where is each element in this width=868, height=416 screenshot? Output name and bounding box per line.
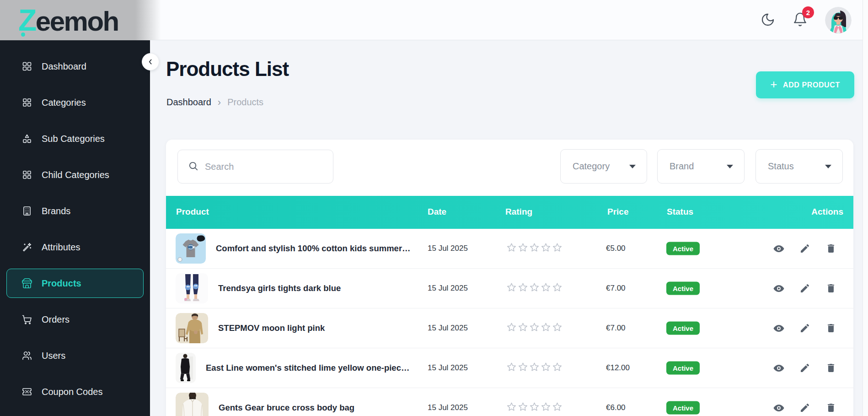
page-scrollbar[interactable] xyxy=(863,0,868,416)
star-empty-icon xyxy=(518,243,528,255)
star-empty-icon xyxy=(529,322,540,335)
row-actions xyxy=(773,243,837,254)
view-button[interactable] xyxy=(773,243,785,254)
row-actions xyxy=(773,322,837,334)
topbar: Zeemoh 2 xyxy=(0,0,868,40)
edit-button[interactable] xyxy=(799,282,811,294)
status-filter-dropdown[interactable]: Status xyxy=(755,149,843,184)
brand-filter-dropdown[interactable]: Brand xyxy=(657,149,745,184)
sidebar-item-brands[interactable]: Brands xyxy=(6,196,144,226)
table-row: Trendsya girls tights dark blue 15 Jul 2… xyxy=(166,269,853,308)
star-empty-icon xyxy=(529,282,540,295)
product-price: €6.00 xyxy=(606,403,626,412)
sidebar: Dashboard Categories Sub Categories Chil… xyxy=(0,40,150,416)
category-filter-dropdown[interactable]: Category xyxy=(560,149,647,184)
attributes-wand-icon xyxy=(21,242,32,253)
products-card: Category Brand Status Product Date Ratin… xyxy=(166,140,853,416)
moon-icon xyxy=(761,12,775,28)
star-empty-icon xyxy=(506,402,517,414)
user-avatar[interactable] xyxy=(825,7,852,33)
column-header-product: Product xyxy=(176,207,209,217)
product-rating-stars xyxy=(506,282,563,295)
brand-logo[interactable]: Zeemoh xyxy=(18,2,118,38)
product-date: 15 Jul 2025 xyxy=(428,244,468,253)
row-actions xyxy=(773,402,837,414)
filters-bar: Category Brand Status xyxy=(166,140,853,196)
edit-button[interactable] xyxy=(799,362,811,374)
search-input[interactable] xyxy=(205,162,315,172)
product-price: €5.00 xyxy=(606,244,626,253)
delete-button[interactable] xyxy=(825,362,837,374)
status-badge: Active xyxy=(666,322,700,335)
delete-button[interactable] xyxy=(825,402,837,414)
coupons-ticket-icon xyxy=(21,386,32,397)
dashboard-grid-icon xyxy=(21,61,32,72)
column-header-actions: Actions xyxy=(811,207,843,217)
add-product-button[interactable]: + ADD PRODUCT xyxy=(756,71,854,98)
delete-button[interactable] xyxy=(825,243,837,254)
products-store-icon xyxy=(21,278,32,289)
star-empty-icon xyxy=(529,402,540,414)
sidebar-item-products[interactable]: Products xyxy=(6,269,144,298)
search-icon xyxy=(188,161,198,173)
breadcrumb-separator: › xyxy=(218,98,221,107)
star-empty-icon xyxy=(518,402,528,414)
view-button[interactable] xyxy=(773,402,785,414)
brand-zone: Zeemoh xyxy=(0,0,161,40)
sidebar-item-sub-categories[interactable]: Sub Categories xyxy=(6,124,144,153)
product-rating-stars xyxy=(506,243,563,255)
users-people-icon xyxy=(21,350,32,361)
star-empty-icon xyxy=(552,402,563,414)
status-badge: Active xyxy=(666,282,700,295)
sidebar-item-child-categories[interactable]: Child Categories xyxy=(6,160,144,189)
product-date: 15 Jul 2025 xyxy=(428,324,468,333)
view-button[interactable] xyxy=(773,362,785,374)
product-rating-stars xyxy=(506,402,563,414)
childcategories-grid-icon xyxy=(21,169,32,180)
product-date: 15 Jul 2025 xyxy=(428,284,468,293)
product-name: Gents Gear bruce cross body bag xyxy=(219,403,354,413)
product-name: STEPMOV moon light pink xyxy=(218,323,325,333)
product-rating-stars xyxy=(506,322,563,335)
sidebar-item-dashboard[interactable]: Dashboard xyxy=(6,52,144,81)
star-empty-icon xyxy=(506,362,517,374)
edit-button[interactable] xyxy=(799,322,811,334)
sidebar-item-coupon-codes[interactable]: Coupon Codes xyxy=(6,377,144,406)
star-empty-icon xyxy=(529,243,540,255)
edit-button[interactable] xyxy=(799,402,811,414)
product-date: 15 Jul 2025 xyxy=(428,403,468,412)
brand-dot xyxy=(21,32,25,37)
sidebar-item-attributes[interactable]: Attributes xyxy=(6,232,144,262)
star-empty-icon xyxy=(518,322,528,335)
sidebar-item-categories[interactable]: Categories xyxy=(6,88,144,117)
delete-button[interactable] xyxy=(825,282,837,294)
status-badge: Active xyxy=(666,362,700,375)
star-empty-icon xyxy=(541,322,551,335)
kids-tshirt-thumb xyxy=(176,233,206,264)
product-price: €7.00 xyxy=(606,284,626,293)
product-rating-stars xyxy=(506,362,563,374)
brands-building-icon xyxy=(21,205,32,216)
chevron-down-icon xyxy=(727,165,733,168)
sidebar-item-orders[interactable]: Orders xyxy=(6,305,144,334)
sidebar-collapse-button[interactable] xyxy=(142,53,159,70)
notifications-button[interactable]: 2 xyxy=(793,12,808,28)
edit-button[interactable] xyxy=(799,243,811,254)
breadcrumb-dashboard-link[interactable]: Dashboard xyxy=(166,97,211,108)
white-shirt-man-thumb xyxy=(176,393,209,416)
star-empty-icon xyxy=(506,243,517,255)
star-empty-icon xyxy=(518,362,528,374)
product-name: East Line women's stitched lime yellow o… xyxy=(206,363,409,373)
star-empty-icon xyxy=(518,282,528,295)
delete-button[interactable] xyxy=(825,322,837,334)
product-price: €12.00 xyxy=(606,363,630,373)
column-header-rating: Rating xyxy=(505,207,532,217)
breadcrumb-current: Products xyxy=(227,97,263,108)
star-empty-icon xyxy=(529,362,540,374)
view-button[interactable] xyxy=(773,322,785,334)
sidebar-item-users[interactable]: Users xyxy=(6,341,144,370)
star-empty-icon xyxy=(541,402,551,414)
view-button[interactable] xyxy=(773,282,785,294)
dark-mode-toggle[interactable] xyxy=(761,12,775,28)
table-header: Product Date Rating Price Status Actions xyxy=(166,196,853,229)
